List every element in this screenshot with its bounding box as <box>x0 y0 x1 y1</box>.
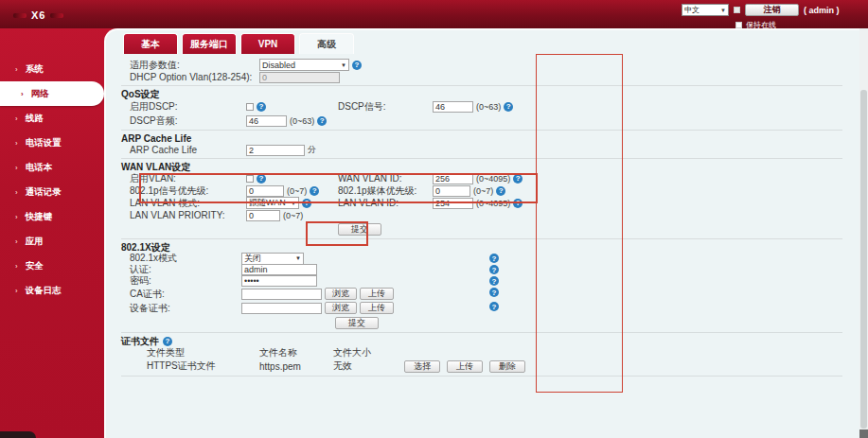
help-icon[interactable]: ? <box>504 102 513 112</box>
topbar-square-icon[interactable] <box>734 7 740 13</box>
help-icon[interactable]: ? <box>489 254 499 263</box>
logo-dash-icon <box>50 13 63 18</box>
sidebar-item-line[interactable]: › 线路 <box>0 106 104 131</box>
sidebar-item-device-log[interactable]: › 设备日志 <box>0 278 104 303</box>
enable-vlan-checkbox[interactable] <box>246 175 254 183</box>
lan-vlan-priority-input[interactable]: 0 <box>246 210 280 221</box>
dscp-audio-input[interactable]: 46 <box>246 115 287 127</box>
enable-dscp-label: 启用DSCP: <box>130 100 246 114</box>
help-icon[interactable]: ? <box>163 337 172 346</box>
cert-col-name: 文件名称 <box>259 346 333 359</box>
dscp-signal-input[interactable]: 46 <box>433 101 473 113</box>
cert-col-size: 文件大小 <box>333 346 404 359</box>
scrollbar-corner <box>859 429 868 438</box>
language-select[interactable]: 中文 ▼ <box>682 4 729 16</box>
sidebar-item-security[interactable]: › 安全 <box>0 254 104 278</box>
help-icon[interactable]: ? <box>352 61 362 70</box>
chevron-right-icon: › <box>15 287 18 295</box>
ca-upload-button[interactable]: 上传 <box>360 288 394 300</box>
arp-unit: 分 <box>308 144 316 156</box>
dscp-audio-label: DSCP音频: <box>130 114 246 128</box>
device-cert-upload-button[interactable]: 上传 <box>360 302 394 314</box>
chevron-down-icon: ▼ <box>295 255 301 261</box>
help-icon[interactable]: ? <box>489 276 499 286</box>
cert-file-name: https.pem <box>259 361 333 372</box>
help-icon[interactable]: ? <box>489 302 499 311</box>
cert-delete-button[interactable]: 删除 <box>489 360 525 373</box>
help-icon[interactable]: ? <box>496 186 505 196</box>
tab-advanced[interactable]: 高级 <box>299 33 354 54</box>
sidebar-item-function-key[interactable]: › 快捷键 <box>0 204 104 229</box>
sidebar-item-phonebook[interactable]: › 电话本 <box>0 155 104 180</box>
content-panel: 基本 服务端口 VPN 高级 适用参数值: Disabled ▼ ? DHCP … <box>104 28 859 438</box>
help-icon[interactable]: ? <box>513 199 523 208</box>
arp-input[interactable]: 2 <box>246 145 305 156</box>
help-icon[interactable]: ? <box>310 186 319 196</box>
password-input[interactable]: ••••• <box>241 275 317 287</box>
help-icon[interactable]: ? <box>257 174 266 184</box>
range-hint: (0~7) <box>287 186 307 196</box>
chevron-down-icon: ▼ <box>291 201 296 206</box>
chevron-right-icon: › <box>21 90 24 98</box>
device-cert-input[interactable] <box>241 303 322 314</box>
cert-upload-button[interactable]: 上传 <box>447 360 483 373</box>
cert-table-row: HTTPS证书文件 https.pem 无效 选择 上传 删除 <box>106 359 850 374</box>
dot1x-mode-select[interactable]: 关闭 ▼ <box>241 253 304 265</box>
param-select[interactable]: Disabled ▼ <box>259 59 349 71</box>
sidebar-item-network[interactable]: › 网络 <box>0 81 104 106</box>
help-icon[interactable]: ? <box>489 288 499 297</box>
scrollbar-thumb[interactable] <box>860 90 867 429</box>
divider <box>121 376 842 377</box>
topbar-controls: 中文 ▼ 注销 ( admin ) 保持在线 <box>682 4 857 30</box>
help-icon[interactable]: ? <box>317 116 327 126</box>
tab-service-port[interactable]: 服务端口 <box>182 33 237 54</box>
topbar: X6 中文 ▼ 注销 ( admin ) 保持在线 <box>0 0 868 28</box>
p-signal-input[interactable]: 0 <box>246 185 284 197</box>
qos-section-title: QoS设定 <box>106 88 850 99</box>
divider <box>121 85 842 86</box>
p-media-label: 802.1p媒体优先级: <box>338 184 433 198</box>
ca-browse-button[interactable]: 浏览 <box>325 288 357 300</box>
chevron-right-icon: › <box>15 213 18 221</box>
tab-basic[interactable]: 基本 <box>123 33 178 54</box>
chevron-right-icon: › <box>15 237 18 246</box>
arp-section-title: ARP Cache Life <box>106 132 850 144</box>
ca-cert-input[interactable] <box>241 289 322 300</box>
device-cert-browse-button[interactable]: 浏览 <box>325 302 357 314</box>
vlan-submit-button[interactable]: 提交 <box>338 223 381 236</box>
keep-online-checkbox[interactable] <box>735 22 742 28</box>
chevron-right-icon: › <box>15 164 18 172</box>
sidebar-item-system[interactable]: › 系统 <box>0 57 104 81</box>
help-icon[interactable]: ? <box>257 102 266 112</box>
sidebar-item-call-log[interactable]: › 通话记录 <box>0 180 104 204</box>
enable-vlan-label: 启用VLAN: <box>130 172 246 185</box>
lan-vlan-mode-select[interactable]: 跟随WAN ▼ <box>246 197 299 209</box>
chevron-right-icon: › <box>15 262 18 271</box>
page: X6 中文 ▼ 注销 ( admin ) 保持在线 › 系统 <box>0 0 868 438</box>
sidebar-item-application[interactable]: › 应用 <box>0 229 104 254</box>
p-media-input[interactable]: 0 <box>433 185 470 197</box>
brand-logo: X6 <box>13 9 63 21</box>
tab-vpn[interactable]: VPN <box>240 33 295 54</box>
lan-vlan-id-input[interactable]: 254 <box>433 198 473 209</box>
logout-button[interactable]: 注销 <box>745 4 799 16</box>
chevron-right-icon: › <box>15 114 18 123</box>
tab-bar: 基本 服务端口 VPN 高级 <box>123 33 354 54</box>
enable-dscp-checkbox[interactable] <box>246 103 254 111</box>
lan-vlan-priority-label: LAN VLAN PRIORITY: <box>130 210 246 220</box>
chevron-down-icon: ▼ <box>720 8 726 13</box>
help-icon[interactable]: ? <box>302 199 311 208</box>
wan-vlan-id-input[interactable]: 256 <box>433 173 473 184</box>
cert-select-button[interactable]: 选择 <box>404 360 440 373</box>
chevron-down-icon: ▼ <box>341 62 346 68</box>
advanced-form: 适用参数值: Disabled ▼ ? DHCP Option Vlan(128… <box>106 56 850 378</box>
chevron-right-icon: › <box>15 188 18 197</box>
sidebar-item-phone-settings[interactable]: › 电话设置 <box>0 131 104 155</box>
divider <box>121 238 842 239</box>
auth-input[interactable]: admin <box>241 264 317 275</box>
help-icon[interactable]: ? <box>513 174 523 184</box>
cert-file-size: 无效 <box>333 359 404 373</box>
dot1x-submit-button[interactable]: 提交 <box>335 317 379 329</box>
logo-text: X6 <box>31 9 45 21</box>
help-icon[interactable]: ? <box>489 265 499 274</box>
